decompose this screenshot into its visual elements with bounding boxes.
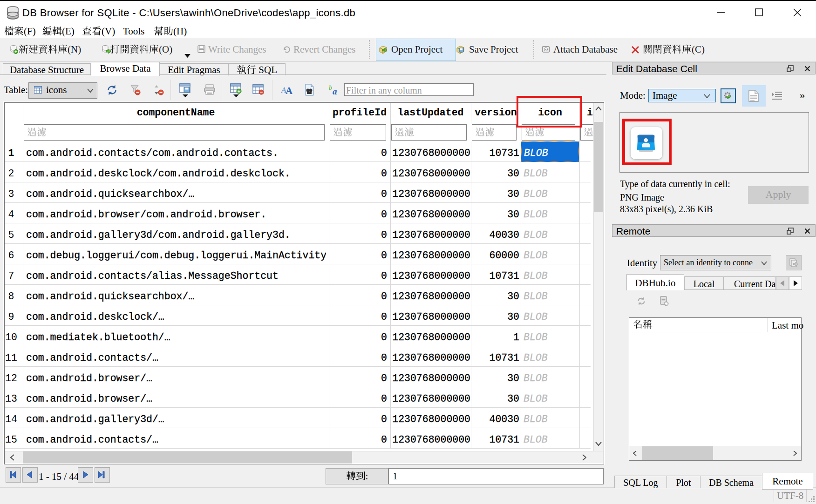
svg-text:A: A [286, 85, 292, 95]
svg-text:b: b [329, 85, 332, 91]
svg-text:a: a [333, 87, 337, 96]
